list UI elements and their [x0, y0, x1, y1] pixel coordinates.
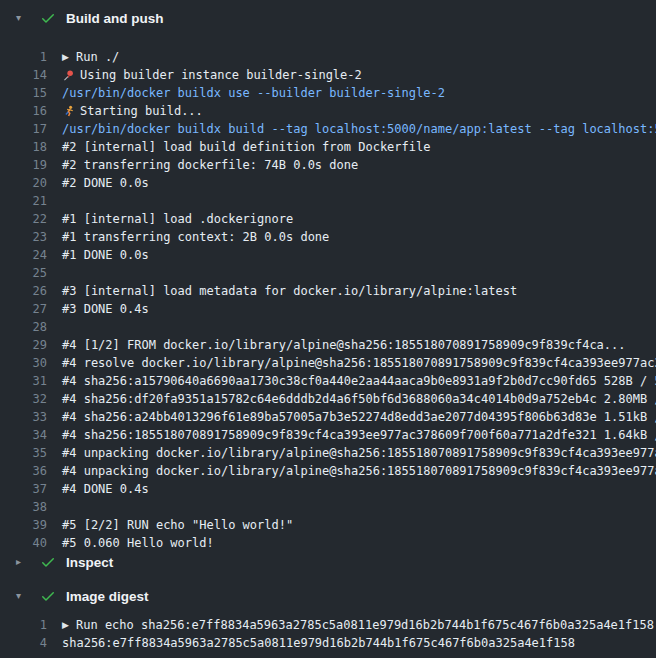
- line-text: #1 transferring context: 2B 0.0s done: [62, 228, 329, 246]
- line-text: #5 0.060 Hello world!: [62, 534, 214, 552]
- line-text: #4 unpacking docker.io/library/alpine@sh…: [62, 444, 656, 462]
- log-line: 23#1 transferring context: 2B 0.0s done: [0, 228, 656, 246]
- line-number[interactable]: 32: [0, 390, 47, 408]
- line-content: #4 [1/2] FROM docker.io/library/alpine@s…: [62, 336, 626, 354]
- line-text: /usr/bin/docker buildx build --tag local…: [62, 120, 656, 138]
- run-chevron-icon[interactable]: ▶: [62, 621, 76, 630]
- pin-icon: [62, 68, 75, 82]
- log-line: 29#4 [1/2] FROM docker.io/library/alpine…: [0, 336, 656, 354]
- line-number[interactable]: 14: [0, 66, 47, 84]
- line-content: #5 [2/2] RUN echo "Hello world!": [62, 516, 293, 534]
- line-text: #1 DONE 0.0s: [62, 246, 149, 264]
- line-number[interactable]: 4: [0, 634, 47, 652]
- line-number[interactable]: 25: [0, 264, 47, 282]
- line-content: #4 resolve docker.io/library/alpine@sha2…: [62, 354, 656, 372]
- line-text: #2 [internal] load build definition from…: [62, 138, 430, 156]
- line-number[interactable]: 18: [0, 138, 47, 156]
- line-text: #4 sha256:185518070891758909c9f839cf4ca3…: [62, 426, 656, 444]
- line-content: #4 sha256:df20fa9351a15782c64e6dddb2d4a6…: [62, 390, 656, 408]
- line-text: Run echo sha256:e7ff8834a5963a2785c5a081…: [76, 616, 654, 634]
- log-line: 31#4 sha256:a15790640a6690aa1730c38cf0a4…: [0, 372, 656, 390]
- line-number[interactable]: 22: [0, 210, 47, 228]
- line-text: #4 sha256:df20fa9351a15782c64e6dddb2d4a6…: [62, 390, 656, 408]
- line-text: #4 DONE 0.4s: [62, 480, 149, 498]
- line-number[interactable]: 1: [0, 616, 47, 634]
- log-line: 27#3 DONE 0.4s: [0, 300, 656, 318]
- line-content: #4 unpacking docker.io/library/alpine@sh…: [62, 462, 656, 480]
- section-header-image-digest[interactable]: ▾Image digest: [0, 586, 656, 606]
- line-text: #5 [2/2] RUN echo "Hello world!": [62, 516, 293, 534]
- section-header-build-and-push[interactable]: ▾Build and push: [0, 8, 656, 28]
- log-line: 18#2 [internal] load build definition fr…: [0, 138, 656, 156]
- log-line: 40#5 0.060 Hello world!: [0, 534, 656, 552]
- line-text: #2 DONE 0.0s: [62, 174, 149, 192]
- line-number[interactable]: 24: [0, 246, 47, 264]
- log-line: 38: [0, 498, 656, 516]
- line-number[interactable]: 35: [0, 444, 47, 462]
- line-number[interactable]: 17: [0, 120, 47, 138]
- section-header-inspect[interactable]: ▸Inspect: [0, 552, 656, 572]
- line-number[interactable]: 30: [0, 354, 47, 372]
- log-line: 1▶Run ./: [0, 48, 656, 66]
- line-number[interactable]: 27: [0, 300, 47, 318]
- line-content: #4 sha256:a15790640a6690aa1730c38cf0a440…: [62, 372, 656, 390]
- line-number[interactable]: 20: [0, 174, 47, 192]
- line-content: ▶Run ./: [62, 48, 119, 66]
- line-number[interactable]: 40: [0, 534, 47, 552]
- run-chevron-icon[interactable]: ▶: [62, 53, 76, 62]
- log-line: 21: [0, 192, 656, 210]
- line-number[interactable]: 36: [0, 462, 47, 480]
- chevron-down-icon: ▾: [16, 13, 28, 23]
- log-line: 25: [0, 264, 656, 282]
- runner-icon: [62, 104, 75, 118]
- section-title: Image digest: [66, 589, 149, 604]
- log-line: 30#4 resolve docker.io/library/alpine@sh…: [0, 354, 656, 372]
- line-content: #1 DONE 0.0s: [62, 246, 149, 264]
- log-section-inspect: ▸Inspect: [0, 552, 656, 572]
- line-text: /usr/bin/docker buildx use --builder bui…: [62, 84, 445, 102]
- line-number[interactable]: 33: [0, 408, 47, 426]
- section-title: Build and push: [66, 11, 164, 26]
- line-content: #1 transferring context: 2B 0.0s done: [62, 228, 329, 246]
- line-content: #4 unpacking docker.io/library/alpine@sh…: [62, 444, 656, 462]
- line-number[interactable]: 31: [0, 372, 47, 390]
- line-content: #3 DONE 0.4s: [62, 300, 149, 318]
- line-number[interactable]: 23: [0, 228, 47, 246]
- log-line: 33#4 sha256:a24bb4013296f61e89ba57005a7b…: [0, 408, 656, 426]
- log-line: 28: [0, 318, 656, 336]
- line-text: #4 sha256:a15790640a6690aa1730c38cf0a440…: [62, 372, 656, 390]
- line-text: Run ./: [76, 48, 119, 66]
- log-line: 15/usr/bin/docker buildx use --builder b…: [0, 84, 656, 102]
- line-number[interactable]: 29: [0, 336, 47, 354]
- line-text: #4 [1/2] FROM docker.io/library/alpine@s…: [62, 336, 626, 354]
- line-content: /usr/bin/docker buildx build --tag local…: [62, 120, 656, 138]
- line-text: Starting build...: [80, 102, 203, 120]
- check-icon: [40, 10, 56, 26]
- line-number[interactable]: 34: [0, 426, 47, 444]
- line-content: sha256:e7ff8834a5963a2785c5a0811e979d16b…: [62, 634, 575, 652]
- line-text: #3 [internal] load metadata for docker.i…: [62, 282, 517, 300]
- log-line: 20#2 DONE 0.0s: [0, 174, 656, 192]
- line-content: #4 DONE 0.4s: [62, 480, 149, 498]
- log-line: 26#3 [internal] load metadata for docker…: [0, 282, 656, 300]
- chevron-right-icon: ▸: [16, 557, 28, 567]
- line-number[interactable]: 15: [0, 84, 47, 102]
- line-number[interactable]: 38: [0, 498, 47, 516]
- check-icon: [40, 588, 56, 604]
- line-number[interactable]: 26: [0, 282, 47, 300]
- line-text: sha256:e7ff8834a5963a2785c5a0811e979d16b…: [62, 634, 575, 652]
- line-number[interactable]: 16: [0, 102, 47, 120]
- log-line: 24#1 DONE 0.0s: [0, 246, 656, 264]
- log-line: 14Using builder instance builder-single-…: [0, 66, 656, 84]
- line-content: #1 [internal] load .dockerignore: [62, 210, 293, 228]
- line-text: #3 DONE 0.4s: [62, 300, 149, 318]
- line-content: #5 0.060 Hello world!: [62, 534, 214, 552]
- line-number[interactable]: 19: [0, 156, 47, 174]
- line-number[interactable]: 39: [0, 516, 47, 534]
- section-title: Inspect: [66, 555, 113, 570]
- line-text: #2 transferring dockerfile: 74B 0.0s don…: [62, 156, 358, 174]
- line-number[interactable]: 21: [0, 192, 47, 210]
- line-number[interactable]: 37: [0, 480, 47, 498]
- line-number[interactable]: 28: [0, 318, 47, 336]
- line-number[interactable]: 1: [0, 48, 47, 66]
